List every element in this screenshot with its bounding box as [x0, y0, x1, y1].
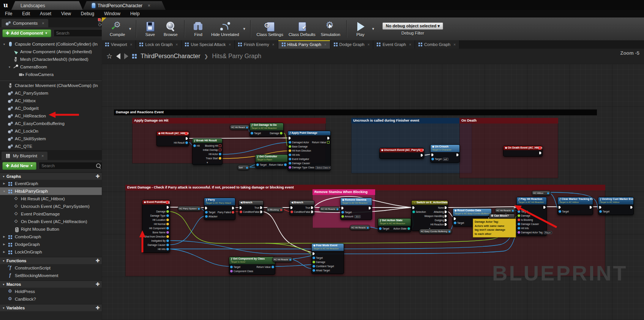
- node-get-action-state[interactable]: ƒ Get Action StateTarget is AC Hit React…: [378, 218, 411, 232]
- menu-asset[interactable]: Asset: [35, 11, 56, 16]
- output-pin[interactable]: [198, 208, 200, 210]
- my-blueprint-item-event-pointdamage[interactable]: Event PointDamage: [0, 210, 102, 218]
- exec-pin[interactable]: [590, 206, 592, 209]
- exec-pin[interactable]: [445, 215, 447, 217]
- graph-tab-event-graph[interactable]: Event Graph×: [373, 40, 415, 49]
- expand-caret-icon[interactable]: ▼: [193, 162, 222, 165]
- exec-pin[interactable]: [518, 206, 520, 209]
- target-pin[interactable]: [230, 266, 233, 268]
- close-icon[interactable]: ×: [130, 43, 133, 47]
- component-item-ac-hitreaction[interactable]: AC_HitReaction: [0, 112, 102, 120]
- output-pin[interactable]: [246, 167, 248, 169]
- node-switch-on-e-actionstate[interactable]: → Switch on E_ActionStateNoneSelectionAt…: [411, 200, 448, 231]
- menu-help[interactable]: Help: [125, 11, 145, 16]
- is-blocking-pin[interactable]: [518, 219, 520, 221]
- add-icon[interactable]: ✚: [96, 174, 99, 179]
- exec-pin[interactable]: [240, 206, 242, 209]
- graph-tab-hits-parry-graph[interactable]: Hits& Parry Graph×: [278, 40, 330, 49]
- target-pin[interactable]: [379, 227, 382, 230]
- my-blueprint-item-setblockingmovement[interactable]: SetBlockingMovement: [0, 272, 102, 279]
- my-blueprint-item-hits-parrygraph[interactable]: ▼Hits&ParryGraph: [0, 187, 102, 195]
- expander-icon[interactable]: ▼: [2, 43, 6, 46]
- exec-pin[interactable]: [341, 207, 344, 209]
- exec-pin[interactable]: [260, 211, 262, 213]
- node-destroy-cuei-marker-event[interactable]: ƒ Destroy Cuei Marker EventTarget is AC …: [598, 197, 634, 215]
- expander-icon[interactable]: ▶: [2, 182, 6, 185]
- damage-causer-pin[interactable]: [166, 244, 169, 246]
- selection-pin[interactable]: [412, 211, 415, 213]
- hit-actor-pin[interactable]: [219, 153, 221, 155]
- variable-pill-ac-hit-reaction[interactable]: AC Hit Reaction: [230, 125, 249, 130]
- forward-button[interactable]: [124, 53, 128, 59]
- graph-tab-finish-enemy[interactable]: Finish Enemy×: [235, 40, 278, 49]
- section-functions[interactable]: ▼Functions(31 Overridable)✚: [0, 257, 102, 264]
- node-parry[interactable]: ƒ ParryTarget is AC Parry AttackTargetPa…: [204, 198, 235, 220]
- node-branch-1[interactable]: ◀ BranchTrueConditionFalse: [238, 200, 264, 215]
- add-icon[interactable]: ✚: [96, 258, 99, 263]
- target-pin[interactable]: [559, 210, 561, 213]
- output-pin[interactable]: [512, 210, 514, 212]
- variable-pill-ac-hitbox[interactable]: AC Hitbox: [532, 190, 551, 196]
- components-tab[interactable]: Components ×: [2, 19, 48, 27]
- graph-tab-viewport[interactable]: Viewport×: [102, 40, 136, 49]
- play-button[interactable]: Play: [353, 21, 368, 37]
- parry-failed-pin[interactable]: [232, 211, 234, 214]
- node-fear-mode-event[interactable]: ◆ Fear Mode EventTarget is AC Hit Reacti…: [311, 243, 344, 274]
- my-blueprint-item-holdpress[interactable]: HoldPress: [0, 288, 102, 295]
- return-value-pin[interactable]: [271, 266, 274, 268]
- damage-causer-pin[interactable]: [518, 223, 520, 225]
- class-defaults-button[interactable]: Class Defaults: [289, 21, 316, 37]
- browse-button[interactable]: Browse: [163, 21, 178, 37]
- node-get-component-by-class[interactable]: ƒ Get Component by ClassTarget is ActorT…: [229, 257, 275, 275]
- components-search-input[interactable]: [55, 30, 102, 36]
- variable-pill-ac-hit-reaction[interactable]: AC Hit Reaction: [495, 208, 515, 213]
- variable-pill-ac-easy-combo-buffering[interactable]: AC Easy Combo Buffering: [419, 229, 452, 234]
- damage-pin[interactable]: [280, 132, 283, 135]
- exec-pin[interactable]: [539, 152, 541, 154]
- add-new-button[interactable]: ✚ Add New ▼: [2, 162, 36, 170]
- exec-pin[interactable]: [290, 206, 293, 209]
- exec-pin[interactable]: [205, 207, 207, 209]
- my-blueprint-item-uncrouch-event-ac-parrysystem[interactable]: Uncrouch Event (AC_ParrySystem): [0, 203, 102, 210]
- component-item-ac-dodgeit[interactable]: AC_DodgeIt: [0, 105, 102, 112]
- hit-pin[interactable]: [193, 144, 196, 147]
- hide-unrelated-button[interactable]: Hide Unrelated: [211, 21, 239, 37]
- breadcrumb-root[interactable]: ThirdPersonCharacter: [140, 53, 200, 60]
- component-class-pin[interactable]: [230, 270, 233, 272]
- play-dropdown-caret[interactable]: ▼: [371, 27, 375, 31]
- menu-debug[interactable]: Debug: [76, 11, 99, 16]
- node-get-controller[interactable]: ƒ Get ControllerTarget is PawnTargetRetu…: [255, 154, 288, 168]
- hit-info-pin[interactable]: [518, 227, 520, 230]
- my-blueprint-item-eventgraph[interactable]: ▶EventGraph: [0, 180, 102, 187]
- breadcrumb-current[interactable]: Hits& Parry Graph: [212, 53, 261, 60]
- variable-pill-ac-parry-system[interactable]: AC Parry System: [178, 206, 201, 211]
- exec-pin[interactable]: [445, 206, 447, 209]
- exec-pin[interactable]: [232, 207, 234, 209]
- variable-pill-is-blocking[interactable]: Is Blocking: [266, 207, 284, 212]
- back-button[interactable]: [116, 53, 120, 59]
- output-pin[interactable]: [289, 259, 291, 261]
- hit-component-pin[interactable]: [166, 227, 169, 230]
- find-button[interactable]: Find: [191, 21, 206, 37]
- my-blueprint-item-on-death-event-ac-hitreaction[interactable]: On Death Event (AC_HitReaction): [0, 218, 102, 225]
- add-component-button[interactable]: ✚ Add Component ▼: [2, 29, 51, 37]
- exec-pin[interactable]: [369, 207, 371, 209]
- component-item-ac-easycombobuffering[interactable]: AC_EasyComboBuffering: [0, 120, 102, 127]
- my-blueprint-item-dodgegraph[interactable]: ▶DodgeGraph: [0, 241, 102, 248]
- bone-name-pin[interactable]: [166, 231, 169, 234]
- component-item-mesh-charactermesh0-inherited[interactable]: Mesh (CharacterMesh0) (Inherited): [0, 55, 102, 63]
- output-pin[interactable]: [367, 227, 369, 229]
- menu-file[interactable]: File: [0, 11, 17, 16]
- target-pin[interactable]: [251, 132, 253, 135]
- output-pin[interactable]: [336, 208, 338, 210]
- exec-pin[interactable]: [412, 206, 415, 209]
- component-item-ac-skillsystem[interactable]: AC_SkillSystem: [0, 135, 102, 143]
- component-item-cameraboom[interactable]: ▼CameraBoom: [0, 63, 102, 71]
- node-remove-stamina[interactable]: ◆ Remove StaminaTarget is AC Hit Reactio…: [340, 198, 372, 220]
- add-icon[interactable]: ✚: [96, 305, 99, 310]
- instigated-by-pin[interactable]: [166, 239, 169, 242]
- close-icon[interactable]: ×: [41, 154, 44, 158]
- node-event-point-damage[interactable]: ◆ Event PointDamageDamageDamage TypeHit …: [142, 200, 170, 253]
- graph-tab-combo-graph[interactable]: Combo Graph×: [415, 40, 459, 49]
- variable-pill-self[interactable]: Self: [237, 165, 249, 170]
